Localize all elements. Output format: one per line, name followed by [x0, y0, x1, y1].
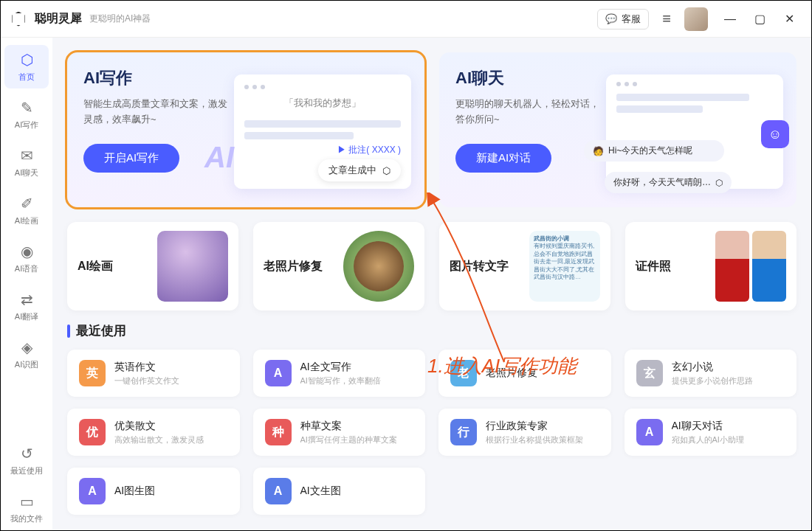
recent-item[interactable]: 种种草文案AI撰写任何主题的种草文案 [253, 409, 426, 456]
hexagon-icon: ⬡ [21, 51, 33, 69]
brush-icon: ✐ [21, 195, 33, 212]
recent-item-title: 英语作文 [114, 361, 179, 374]
recent-item-sub: AI撰写任何主题的种草文案 [300, 434, 397, 445]
tile-title: 证件照 [636, 259, 671, 274]
hexagon-icon: ⬡ [382, 165, 390, 176]
close-button[interactable]: ✕ [774, 12, 804, 26]
recent-heading: 最近使用 [67, 322, 796, 339]
recent-item-sub: AI智能写作，效率翻倍 [300, 375, 381, 386]
recent-item-sub: 高效输出散文，激发灵感 [114, 434, 204, 445]
nav-label: AI聊天 [15, 167, 38, 178]
recent-item-icon: A [265, 360, 292, 386]
recent-item-title: AI全文写作 [300, 361, 381, 374]
support-button[interactable]: 💬 客服 [597, 9, 649, 30]
tile-id-photo[interactable]: 证件照 [625, 222, 796, 310]
main-content: AI写作 智能生成高质量文章和文案，激发灵感，效率飙升~ 开启AI写作 「我和我… [52, 38, 811, 530]
user-avatar[interactable] [684, 7, 708, 31]
chat-fab-icon: ☺ [761, 120, 789, 148]
recent-item-icon: 老 [450, 360, 477, 386]
recent-item-icon: 玄 [636, 360, 663, 386]
nav-label: AI翻译 [15, 311, 38, 322]
nav-home[interactable]: ⬡ 首页 [4, 45, 49, 88]
recent-item-sub: 根据行业名称提供政策框架 [486, 434, 583, 445]
support-label: 客服 [622, 13, 641, 26]
idphoto-thumb [715, 231, 786, 302]
nav-ai-chat[interactable]: ✉ AI聊天 [4, 141, 49, 184]
recent-item-icon: A [265, 478, 292, 504]
start-ai-writing-button[interactable]: 开启AI写作 [83, 144, 179, 173]
maximize-button[interactable]: ▢ [745, 12, 774, 26]
chat-illustration: ☺ 🧑 Hi~今天的天气怎样呢 你好呀，今天天气晴朗… ⬡ [606, 74, 783, 189]
chat-icon: ✉ [21, 147, 33, 164]
recent-item-title: 行业政策专家 [486, 420, 583, 433]
recent-item-sub: 提供更多小说创作思路 [672, 375, 753, 386]
ai-watermark: AI [204, 141, 234, 174]
recent-item-title: AI聊天对话 [672, 420, 744, 433]
recent-item-icon: A [79, 478, 106, 504]
recent-item[interactable]: 行行业政策专家根据行业名称提供政策框架 [438, 409, 611, 456]
ocr-thumb: 武昌街的小调 有时候到重庆南路买书,总会不自觉地跑到武昌街去走一回,最近发现武昌… [529, 231, 600, 302]
recent-item[interactable]: AAI文生图 [253, 468, 426, 515]
tile-photo-restore[interactable]: 老照片修复 [253, 222, 424, 310]
recent-grid: 英英语作文一键创作英文作文AAI全文写作AI智能写作，效率翻倍老老照片修复玄玄幻… [67, 350, 796, 515]
app-subtitle: 更聪明的AI神器 [89, 13, 151, 25]
hexagon-icon: ⬡ [715, 178, 723, 188]
avatar-icon: 🧑 [593, 146, 604, 156]
recent-item[interactable]: 英英语作文一键创作英文作文 [67, 350, 240, 397]
recent-item-icon: 行 [450, 419, 477, 445]
sample-title: 「我和我的梦想」 [244, 97, 401, 110]
recent-item-sub: 宛如真人的AI小助理 [672, 434, 744, 445]
nav-ai-translate[interactable]: ⇄ AI翻译 [4, 285, 49, 328]
nav-my-files[interactable]: ▭ 我的文件 [4, 487, 49, 530]
painting-thumb [157, 231, 228, 302]
minimize-button[interactable]: — [715, 13, 745, 26]
recent-item-title: 老照片修复 [486, 367, 537, 380]
tile-title: 老照片修复 [264, 259, 323, 274]
hero-desc: 智能生成高质量文章和文案，激发灵感，效率飙升~ [83, 97, 231, 128]
recent-item[interactable]: AAI全文写作AI智能写作，效率翻倍 [253, 350, 426, 397]
tile-title: 图片转文字 [450, 259, 509, 274]
nav-ai-ocr[interactable]: ◈ AI识图 [4, 333, 49, 376]
nav-label: AI语音 [15, 263, 38, 274]
recent-item-icon: 种 [265, 419, 292, 445]
menu-button[interactable]: ≡ [656, 7, 677, 30]
recent-item-title: 优美散文 [114, 420, 204, 433]
app-logo-icon [8, 9, 29, 30]
sidebar: ⬡ 首页 ✎ AI写作 ✉ AI聊天 ✐ AI绘画 ◉ AI语音 ⇄ AI翻译 … [1, 38, 52, 530]
nav-label: AI识图 [15, 359, 38, 370]
recent-item-sub: 一键创作英文作文 [114, 375, 179, 386]
mic-icon: ◉ [21, 243, 33, 260]
nav-label: 首页 [18, 72, 35, 83]
recent-item[interactable]: 玄玄幻小说提供更多小说创作思路 [625, 350, 797, 397]
folder-icon: ▭ [20, 493, 34, 510]
hero-ai-writing[interactable]: AI写作 智能生成高质量文章和文案，激发灵感，效率飙升~ 开启AI写作 「我和我… [67, 52, 424, 207]
restore-thumb [343, 231, 414, 302]
hero-desc: 更聪明的聊天机器人，轻松对话，答你所问~ [455, 97, 603, 128]
tile-ocr[interactable]: 图片转文字 武昌街的小调 有时候到重庆南路买书,总会不自觉地跑到武昌街去走一回,… [439, 222, 610, 310]
nav-ai-writing[interactable]: ✎ AI写作 [4, 93, 49, 136]
generation-status: 文章生成中 ⬡ [318, 159, 401, 181]
recent-item-title: 种草文案 [300, 420, 397, 433]
app-name: 聪明灵犀 [35, 11, 82, 27]
recent-item[interactable]: 优优美散文高效输出散文，激发灵感 [67, 409, 240, 456]
recent-item[interactable]: 老老照片修复 [438, 350, 611, 397]
tile-ai-painting[interactable]: AI绘画 [67, 222, 238, 310]
chat-bubble-user: 🧑 Hi~今天的天气怎样呢 [584, 140, 724, 162]
nav-label: AI绘画 [15, 215, 38, 226]
nav-recent[interactable]: ↺ 最近使用 [4, 439, 49, 482]
hero-ai-chat[interactable]: AI聊天 更聪明的聊天机器人，轻松对话，答你所问~ 新建AI对话 ☺ 🧑 Hi~… [439, 52, 796, 207]
recent-item-icon: 优 [79, 419, 106, 445]
history-icon: ↺ [21, 445, 33, 462]
pen-icon: ✎ [21, 99, 33, 117]
recent-item-icon: 英 [79, 360, 106, 386]
tile-title: AI绘画 [78, 259, 113, 274]
nav-ai-voice[interactable]: ◉ AI语音 [4, 237, 49, 280]
recent-item-title: AI图生图 [114, 485, 155, 498]
recent-item-icon: A [636, 419, 663, 445]
recent-item-title: AI文生图 [300, 485, 341, 498]
recent-item[interactable]: AAI聊天对话宛如真人的AI小助理 [625, 409, 797, 456]
recent-item[interactable]: AAI图生图 [67, 468, 240, 515]
scan-icon: ◈ [21, 339, 32, 356]
nav-ai-painting[interactable]: ✐ AI绘画 [4, 189, 49, 232]
new-ai-chat-button[interactable]: 新建AI对话 [455, 144, 551, 173]
